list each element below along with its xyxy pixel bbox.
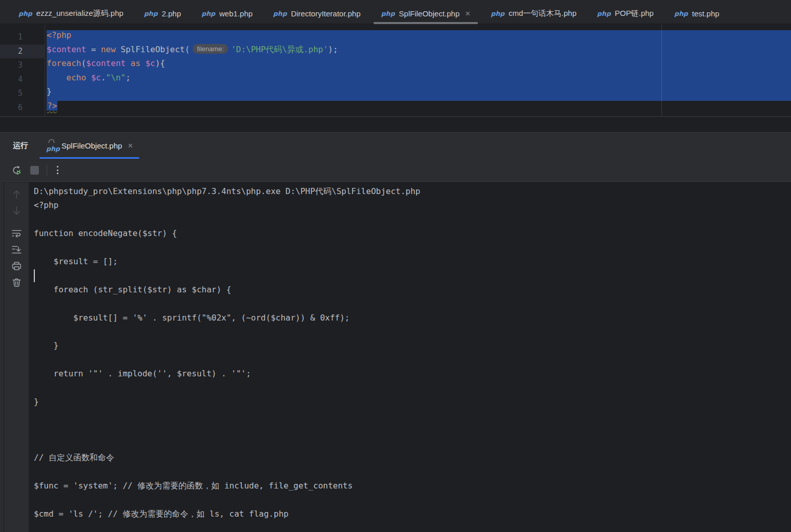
scroll-to-end-button[interactable]: [11, 244, 23, 256]
console-line: foreach (str_split($str) as $char) {: [34, 283, 791, 296]
print-icon: [11, 260, 23, 272]
editor-line-number-gutter: 1 2 3 4 5 6: [0, 25, 45, 116]
more-options-button[interactable]: [54, 166, 61, 174]
console-line: $func = 'system'; // 修改为需要的函数，如 include,…: [34, 479, 791, 493]
console-line: return '"' . implode('', $result) . '"';: [34, 367, 791, 380]
php-file-icon: php: [273, 10, 287, 17]
console-line: [34, 325, 791, 338]
soft-wrap-button[interactable]: [11, 227, 23, 239]
line-number: 4: [0, 73, 45, 87]
console-line: }: [34, 395, 791, 409]
text-cursor: [34, 269, 35, 282]
editor-code-line: ?>: [47, 101, 791, 115]
console-line: $result[] = '%' . sprintf("%02x", (~ord(…: [34, 311, 791, 325]
console-line: [34, 465, 791, 479]
line-number: 6: [0, 101, 45, 115]
editor-code-area[interactable]: <?php$content = new SplFileObject(filena…: [45, 25, 791, 116]
php-file-icon: php: [18, 10, 32, 17]
php-file-icon: php: [674, 10, 688, 17]
tab-label: DirectoryIterator.php: [291, 9, 361, 18]
run-console-output[interactable]: D:\phpstudy_pro\Extensions\php\php7.3.4n…: [29, 182, 791, 532]
console-line: [34, 353, 791, 367]
editor-tab-pop-chain[interactable]: php POP链.php: [587, 4, 664, 24]
close-icon[interactable]: ×: [465, 9, 470, 18]
console-line: [34, 241, 791, 254]
line-number: 1: [0, 30, 45, 45]
php-file-icon: php: [491, 10, 505, 17]
console-line: [34, 296, 791, 310]
trash-icon: [11, 276, 23, 288]
line-number: 5: [0, 87, 45, 101]
editor-code-line: echo $c."\n";: [47, 73, 791, 87]
stop-button[interactable]: [29, 164, 40, 176]
up-arrow-icon: [11, 188, 23, 200]
rerun-button[interactable]: [11, 164, 22, 176]
console-line: [34, 268, 791, 282]
tab-label: web1.php: [219, 9, 253, 18]
php-run-file-icon: php: [46, 139, 58, 153]
console-line: [34, 493, 791, 507]
console-line: // 自定义函数和命令: [34, 451, 791, 464]
editor-tab-2[interactable]: php 2.php: [134, 4, 191, 24]
console-line: }: [34, 338, 791, 352]
print-button[interactable]: [11, 260, 23, 272]
editor-runpanel-divider: [0, 117, 791, 132]
tab-label: ezzz_unserialize源码.php: [36, 9, 123, 18]
editor-tab-test[interactable]: php test.php: [664, 4, 730, 24]
run-toolbar: [0, 159, 791, 182]
toolbar-separator: [47, 165, 47, 176]
php-file-icon: php: [144, 10, 158, 17]
run-panel-body: D:\phpstudy_pro\Extensions\php\php7.3.4n…: [0, 182, 791, 532]
tab-label: 2.php: [162, 9, 181, 18]
console-line: [34, 437, 791, 451]
run-panel-title: 运行: [13, 141, 28, 151]
run-tab-splfileobject[interactable]: php SplFileObject.php ×: [39, 133, 139, 159]
jump-to-next-button[interactable]: [11, 205, 23, 217]
clear-console-button[interactable]: [11, 276, 23, 288]
console-line: <?php: [34, 198, 791, 212]
console-line: [34, 409, 791, 422]
editor-tab-ezzz-unserialize[interactable]: php ezzz_unserialize源码.php: [8, 4, 134, 24]
tab-label: test.php: [692, 9, 719, 18]
scroll-to-end-icon: [11, 244, 23, 256]
editor-tab-web1[interactable]: php web1.php: [191, 4, 263, 24]
console-toolbar: [4, 182, 29, 532]
editor-tab-splfileobject[interactable]: php SplFileObject.php ×: [371, 4, 481, 24]
tab-label: cmd一句话木马.php: [509, 9, 577, 18]
run-tab-label: SplFileObject.php: [61, 141, 122, 150]
console-line: [34, 212, 791, 226]
editor-tab-bar: php ezzz_unserialize源码.php php 2.php php…: [0, 0, 791, 24]
tab-label: POP链.php: [615, 9, 654, 18]
tab-label: SplFileObject.php: [399, 9, 460, 18]
editor-code-line: foreach($content as $c){: [47, 58, 791, 73]
right-margin-guide: [661, 25, 662, 116]
close-icon[interactable]: ×: [128, 141, 133, 150]
code-editor[interactable]: 1 2 3 4 5 6 <?php$content = new SplFileO…: [0, 25, 791, 117]
php-file-icon: php: [597, 10, 611, 17]
rerun-icon: [11, 165, 22, 176]
editor-tab-directoryiterator[interactable]: php DirectoryIterator.php: [263, 4, 371, 24]
line-number: 3: [0, 58, 45, 73]
php-file-icon: php: [381, 10, 395, 17]
console-line: D:\phpstudy_pro\Extensions\php\php7.3.4n…: [34, 184, 791, 198]
editor-tab-cmd-webshell[interactable]: php cmd一句话木马.php: [481, 4, 587, 24]
down-arrow-icon: [11, 205, 23, 217]
editor-code-line: <?php: [47, 30, 791, 45]
ide-window: php ezzz_unserialize源码.php php 2.php php…: [0, 0, 791, 532]
editor-code-line: }: [47, 87, 791, 101]
console-line: function encodeNegate($str) {: [34, 226, 791, 240]
jump-to-previous-button[interactable]: [11, 188, 23, 200]
left-rail: [0, 182, 4, 532]
console-line: $result = [];: [34, 254, 791, 268]
line-number-active: 2: [0, 45, 45, 59]
more-options-icon: [57, 166, 58, 167]
stop-icon: [30, 166, 39, 175]
console-line: [34, 423, 791, 437]
editor-code-line: $content = new SplFileObject(filename:'D…: [47, 45, 791, 59]
console-line: $cmd = 'ls /'; // 修改为需要的命令，如 ls, cat fla…: [34, 507, 791, 521]
run-panel-header: 运行 php SplFileObject.php ×: [0, 132, 791, 159]
soft-wrap-icon: [11, 227, 23, 239]
console-line: [34, 380, 791, 394]
php-file-icon: php: [201, 10, 215, 17]
console-line: [34, 521, 791, 532]
